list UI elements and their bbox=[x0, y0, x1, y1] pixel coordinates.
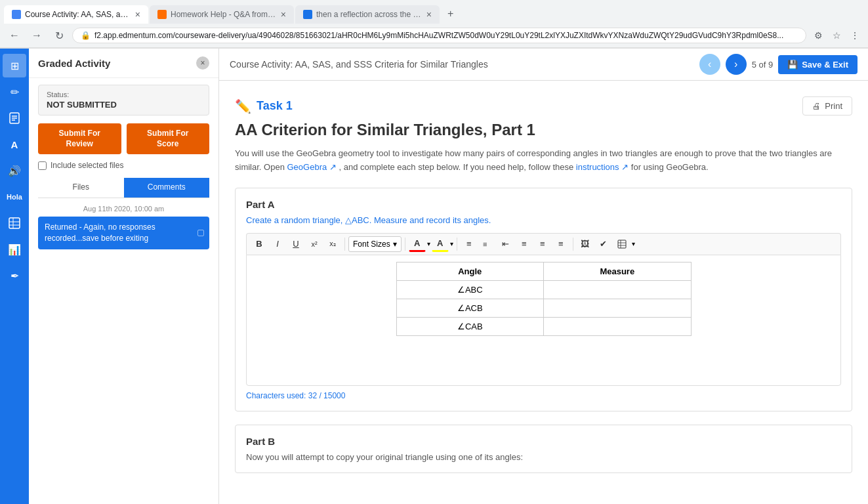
back-button[interactable]: ← bbox=[5, 26, 24, 45]
italic-button[interactable]: I bbox=[269, 236, 286, 252]
extensions-button[interactable]: ⚙ bbox=[810, 28, 826, 43]
table-dropdown-arrow[interactable]: ▾ bbox=[632, 240, 635, 247]
instructions-link[interactable]: instructions ↗ bbox=[576, 162, 629, 172]
comment-text: Returned - Again, no responses recorded.… bbox=[45, 222, 155, 243]
chars-used: Characters used: 32 / 15000 bbox=[246, 391, 841, 400]
font-color-button[interactable]: A bbox=[409, 236, 426, 252]
lock-icon: 🔒 bbox=[81, 31, 91, 40]
measure-abc[interactable] bbox=[544, 280, 692, 299]
sidebar-item-edit[interactable]: ✏ bbox=[3, 80, 26, 104]
reload-button[interactable]: ↻ bbox=[50, 26, 68, 45]
content-area: ✏️ Task 1 🖨 Print AA Criterion for Simil… bbox=[219, 81, 868, 504]
font-color-arrow[interactable]: ▾ bbox=[427, 240, 430, 247]
sidebar-item-assignment[interactable] bbox=[3, 106, 26, 130]
measure-cab[interactable] bbox=[544, 317, 692, 335]
task-label: Task 1 bbox=[257, 99, 293, 113]
tab-close-1[interactable]: × bbox=[135, 9, 140, 20]
tab-favicon-2 bbox=[157, 10, 167, 19]
include-files-checkbox[interactable] bbox=[38, 161, 47, 170]
task-header: ✏️ Task 1 🖨 Print bbox=[235, 96, 852, 116]
font-sizes-dropdown[interactable]: Font Sizes ▾ bbox=[348, 236, 402, 252]
submit-for-review-button[interactable]: Submit ForReview bbox=[38, 123, 121, 154]
main-header: Course Activity: AA, SAS, and SSS Criter… bbox=[219, 49, 868, 81]
toolbar-sep-4 bbox=[573, 238, 573, 251]
status-value: NOT SUBMITTED bbox=[47, 100, 201, 110]
tab-reflection[interactable]: then a reflection across the x ax × bbox=[295, 5, 440, 24]
part-a-title: Part A bbox=[246, 199, 841, 210]
table-row: ∠ACB bbox=[396, 299, 691, 317]
files-tab[interactable]: Files bbox=[38, 178, 124, 198]
submit-for-score-button[interactable]: Submit ForScore bbox=[127, 123, 210, 154]
outdent-button[interactable]: ⇤ bbox=[497, 236, 514, 252]
print-button[interactable]: 🖨 Print bbox=[802, 96, 852, 116]
sidebar-item-hola[interactable]: Hola bbox=[3, 185, 26, 209]
save-exit-button[interactable]: 💾 Save & Exit bbox=[778, 55, 858, 74]
task-icon: ✏️ bbox=[235, 98, 251, 114]
measure-column-header: Measure bbox=[544, 262, 692, 280]
editor-area[interactable]: Angle Measure ∠ABC ∠ACB bbox=[246, 255, 841, 386]
toolbar-sep-1 bbox=[344, 238, 345, 251]
svg-text:≡: ≡ bbox=[483, 240, 487, 248]
prev-arrow-icon: ‹ bbox=[708, 58, 711, 70]
geogebra-link[interactable]: GeoGebra ↗ bbox=[287, 162, 337, 172]
sidebar-item-chart[interactable]: 📊 bbox=[3, 238, 26, 261]
panel-title: Graded Activity bbox=[38, 58, 110, 69]
underline-button[interactable]: U bbox=[287, 236, 304, 252]
table-button[interactable] bbox=[613, 236, 630, 252]
browser-chrome: Course Activity: AA, SAS, and SS × Homew… bbox=[0, 0, 868, 49]
bold-button[interactable]: B bbox=[251, 236, 268, 252]
superscript-button[interactable]: x² bbox=[306, 236, 323, 252]
sidebar-item-pen[interactable]: ✒ bbox=[3, 264, 26, 287]
print-label: Print bbox=[825, 101, 842, 111]
svg-rect-4 bbox=[9, 218, 20, 228]
tab-close-2[interactable]: × bbox=[281, 9, 286, 20]
prev-page-button[interactable]: ‹ bbox=[699, 54, 720, 75]
panel-body: Status: NOT SUBMITTED Submit ForReview S… bbox=[29, 78, 218, 504]
panel-header: Graded Activity × bbox=[29, 49, 218, 78]
align-right-button[interactable]: ≡ bbox=[534, 236, 551, 252]
sidebar-item-font[interactable]: A bbox=[3, 133, 26, 156]
url-bar[interactable]: 🔒 f2.app.edmentum.com/courseware-deliver… bbox=[72, 28, 806, 43]
forward-button[interactable]: → bbox=[28, 26, 46, 45]
sidebar-item-table[interactable] bbox=[3, 211, 26, 235]
part-b-section: Part B Now you will attempt to copy your… bbox=[235, 425, 852, 473]
comments-tab[interactable]: Comments bbox=[124, 178, 210, 198]
task-description: You will use the GeoGebra geometry tool … bbox=[235, 147, 852, 175]
icon-sidebar: ⊞ ✏ A 🔊 Hola 📊 ✒ bbox=[0, 49, 29, 504]
angle-column-header: Angle bbox=[396, 262, 544, 280]
sidebar-item-audio[interactable]: 🔊 bbox=[3, 159, 26, 182]
justify-button[interactable]: ≡ bbox=[552, 236, 569, 252]
activity-title: Course Activity: AA, SAS, and SSS Criter… bbox=[230, 59, 488, 70]
bg-color-button[interactable]: A bbox=[432, 236, 449, 252]
sidebar-item-grid[interactable]: ⊞ bbox=[3, 54, 26, 77]
graded-activity-panel: Graded Activity × Status: NOT SUBMITTED … bbox=[29, 49, 219, 504]
align-center-button[interactable]: ≡ bbox=[516, 236, 533, 252]
subscript-button[interactable]: x₂ bbox=[324, 236, 341, 252]
print-area: 🖨 Print bbox=[802, 96, 852, 116]
ordered-list-button[interactable]: ≡ bbox=[479, 236, 496, 252]
tab-close-3[interactable]: × bbox=[426, 9, 432, 20]
unordered-list-button[interactable]: ≡ bbox=[461, 236, 478, 252]
measure-acb[interactable] bbox=[544, 299, 692, 317]
app-body: ⊞ ✏ A 🔊 Hola 📊 ✒ Graded Activity × Statu… bbox=[0, 49, 868, 504]
font-sizes-label: Font Sizes bbox=[353, 240, 390, 249]
tab-course-activity[interactable]: Course Activity: AA, SAS, and SS × bbox=[4, 5, 148, 24]
submit-buttons-row: Submit ForReview Submit ForScore bbox=[38, 123, 209, 154]
panel-tabs-row: Files Comments bbox=[38, 178, 209, 198]
angle-table: Angle Measure ∠ABC ∠ACB bbox=[396, 262, 692, 336]
bg-color-arrow[interactable]: ▾ bbox=[450, 240, 453, 247]
new-tab-button[interactable]: + bbox=[441, 4, 460, 24]
tab-homework[interactable]: Homework Help - Q&A from Onli × bbox=[150, 5, 294, 24]
main-content: Course Activity: AA, SAS, and SSS Criter… bbox=[219, 49, 868, 504]
part-b-description: Now you will attempt to copy your origin… bbox=[246, 452, 841, 462]
menu-button[interactable]: ⋮ bbox=[847, 28, 863, 43]
insert-image-button[interactable]: 🖼 bbox=[577, 236, 594, 252]
include-files-row: Include selected files bbox=[38, 161, 209, 170]
bookmark-button[interactable]: ☆ bbox=[829, 28, 844, 43]
angle-cab: ∠CAB bbox=[396, 317, 544, 335]
checkmark-button[interactable]: ✔ bbox=[595, 236, 612, 252]
part-a-description: Create a random triangle, △ABC. Measure … bbox=[246, 215, 841, 225]
next-page-button[interactable]: › bbox=[726, 54, 747, 75]
svg-rect-9 bbox=[618, 240, 626, 248]
panel-close-button[interactable]: × bbox=[196, 56, 209, 70]
